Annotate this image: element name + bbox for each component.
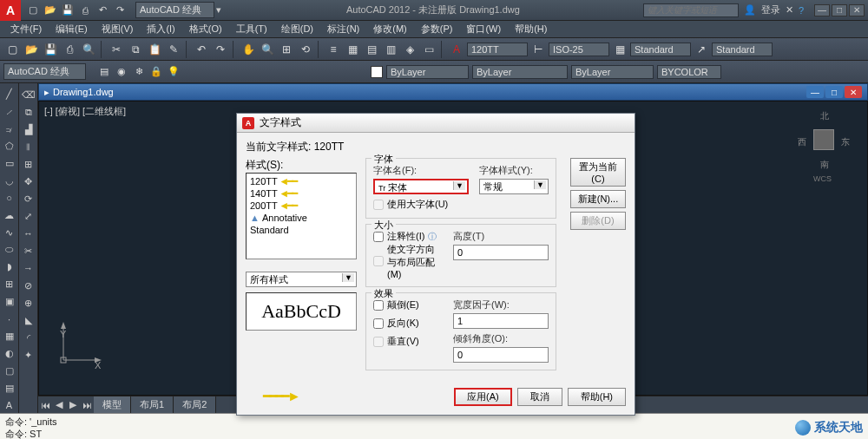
dialog-titlebar[interactable]: A 文字样式 <box>237 114 635 133</box>
copy-icon[interactable]: ⧉ <box>21 104 36 120</box>
app-logo[interactable]: A <box>0 0 21 21</box>
command-line[interactable]: 命令: '_units 命令: ST <box>0 413 868 439</box>
stretch-icon[interactable]: ↔ <box>21 226 36 241</box>
xline-icon[interactable]: ⟋ <box>2 104 17 120</box>
undo-icon[interactable]: ↶ <box>193 41 210 58</box>
layer-lock-icon[interactable]: 🔒 <box>148 64 164 80</box>
mleaderstyle-combo[interactable]: Standard <box>712 43 773 56</box>
designcenter-icon[interactable]: ▦ <box>344 41 361 58</box>
menu-file[interactable]: 文件(F) <box>3 21 49 37</box>
arc-icon[interactable]: ◡ <box>2 173 17 188</box>
viewcube[interactable]: 北 南 西 东 WCS <box>798 110 850 171</box>
paste-icon[interactable]: 📋 <box>146 41 163 58</box>
info-icon[interactable]: ⓘ <box>428 231 437 243</box>
viewcube-wcs[interactable]: WCS <box>813 174 832 183</box>
menu-dimension[interactable]: 标注(N) <box>320 21 366 37</box>
polygon-icon[interactable]: ⬠ <box>2 139 17 154</box>
lineweight-combo[interactable]: ByLayer <box>571 65 654 79</box>
offset-icon[interactable]: ⫴ <box>21 139 36 154</box>
spline-icon[interactable]: ∿ <box>2 225 17 240</box>
tab-nav-first[interactable]: ⏮ <box>38 400 52 410</box>
upsidedown-checkbox[interactable] <box>373 300 384 311</box>
doc-maximize-button[interactable]: □ <box>825 86 843 98</box>
viewport-label[interactable]: [-] [俯视] [二维线框] <box>44 105 126 118</box>
pan-icon[interactable]: ✋ <box>240 41 257 58</box>
linetype-combo[interactable]: ByLayer <box>472 65 568 79</box>
zoom-window-icon[interactable]: ⊞ <box>278 41 295 58</box>
command-input-line[interactable]: 命令: ST <box>5 428 863 439</box>
dimstyle-icon[interactable]: ⊢ <box>529 41 547 58</box>
help-search-input[interactable] <box>643 3 739 17</box>
mleaderstyle-icon[interactable]: ↗ <box>693 41 710 58</box>
qat-dropdown-icon[interactable]: ▾ <box>214 4 223 16</box>
set-current-button[interactable]: 置为当前(C) <box>570 158 626 187</box>
plotstyle-combo[interactable]: BYCOLOR <box>657 65 721 79</box>
textstyle-icon[interactable]: A <box>448 41 465 58</box>
layer-icon[interactable]: ▤ <box>96 64 112 80</box>
block-icon[interactable]: ▣ <box>2 294 17 310</box>
cancel-button[interactable]: 取消 <box>517 388 562 406</box>
open-icon[interactable]: 📂 <box>23 41 40 58</box>
tablestyle-icon[interactable]: ▦ <box>611 41 628 58</box>
copy-icon[interactable]: ⧉ <box>127 41 144 58</box>
list-item[interactable]: Standard <box>248 224 354 236</box>
scale-icon[interactable]: ⤢ <box>21 208 36 224</box>
tab-layout2[interactable]: 布局2 <box>174 396 216 413</box>
user-icon[interactable]: 👤 <box>744 4 756 16</box>
quickcalc-icon[interactable]: ▭ <box>420 41 437 58</box>
save-icon[interactable]: 💾 <box>61 3 75 17</box>
sheetset-icon[interactable]: ▥ <box>382 41 399 58</box>
circle-icon[interactable]: ○ <box>2 190 17 206</box>
zoom-icon[interactable]: 🔍 <box>259 41 276 58</box>
ellipsearc-icon[interactable]: ◗ <box>2 259 17 275</box>
workspace-combo[interactable]: AutoCAD 经典 <box>3 63 86 80</box>
extend-icon[interactable]: → <box>21 260 36 276</box>
new-style-button[interactable]: 新建(N)... <box>570 190 626 208</box>
save-icon[interactable]: 💾 <box>42 41 59 58</box>
apply-button[interactable]: 应用(A) <box>454 388 512 406</box>
rotate-icon[interactable]: ⟳ <box>21 191 36 206</box>
doc-minimize-button[interactable]: — <box>806 86 824 98</box>
font-style-combo[interactable]: 常规 <box>479 179 549 194</box>
insert-icon[interactable]: ⊞ <box>2 277 17 292</box>
viewcube-north[interactable]: 北 <box>820 110 829 122</box>
new-icon[interactable]: ▢ <box>26 3 40 17</box>
oblique-input[interactable] <box>453 347 549 363</box>
region-icon[interactable]: ▢ <box>2 363 17 378</box>
break-icon[interactable]: ⊘ <box>21 278 36 293</box>
zoom-prev-icon[interactable]: ⟲ <box>297 41 314 58</box>
menu-insert[interactable]: 插入(I) <box>140 21 181 37</box>
join-icon[interactable]: ⊕ <box>21 295 36 311</box>
mtext-icon[interactable]: A <box>2 397 17 413</box>
redo-icon[interactable]: ↷ <box>113 3 127 17</box>
tab-layout1[interactable]: 布局1 <box>131 396 174 413</box>
revcloud-icon[interactable]: ☁ <box>2 207 17 223</box>
close-button[interactable]: ✕ <box>849 4 865 16</box>
tab-nav-prev[interactable]: ◀ <box>52 399 66 410</box>
new-icon[interactable]: ▢ <box>3 41 21 58</box>
color-swatch[interactable] <box>371 66 383 78</box>
gradient-icon[interactable]: ◐ <box>2 345 17 361</box>
width-factor-input[interactable] <box>453 313 549 329</box>
ellipse-icon[interactable]: ⬭ <box>2 242 17 258</box>
undo-icon[interactable]: ↶ <box>95 3 109 17</box>
list-item[interactable]: 140TT ◄━━ <box>248 187 354 200</box>
viewcube-south[interactable]: 南 <box>820 159 829 171</box>
cut-icon[interactable]: ✂ <box>108 41 125 58</box>
viewcube-west[interactable]: 西 <box>798 136 806 148</box>
tab-nav-next[interactable]: ▶ <box>66 399 80 410</box>
style-filter-combo[interactable]: 所有样式 <box>246 272 357 287</box>
explode-icon[interactable]: ✦ <box>21 347 36 363</box>
login-link[interactable]: 登录 <box>761 3 780 16</box>
polyline-icon[interactable]: ⟉ <box>2 121 17 137</box>
trim-icon[interactable]: ✂ <box>21 243 36 259</box>
tab-model[interactable]: 模型 <box>94 396 131 413</box>
viewcube-east[interactable]: 东 <box>841 136 850 148</box>
layer-off-icon[interactable]: 💡 <box>166 64 181 80</box>
help-button[interactable]: 帮助(H) <box>568 388 626 406</box>
move-icon[interactable]: ✥ <box>21 174 36 189</box>
menu-help[interactable]: 帮助(H) <box>508 21 554 37</box>
layer-freeze-icon[interactable]: ❄ <box>131 64 147 80</box>
tablestyle-combo[interactable]: Standard <box>630 43 691 56</box>
fillet-icon[interactable]: ◜ <box>21 330 36 345</box>
